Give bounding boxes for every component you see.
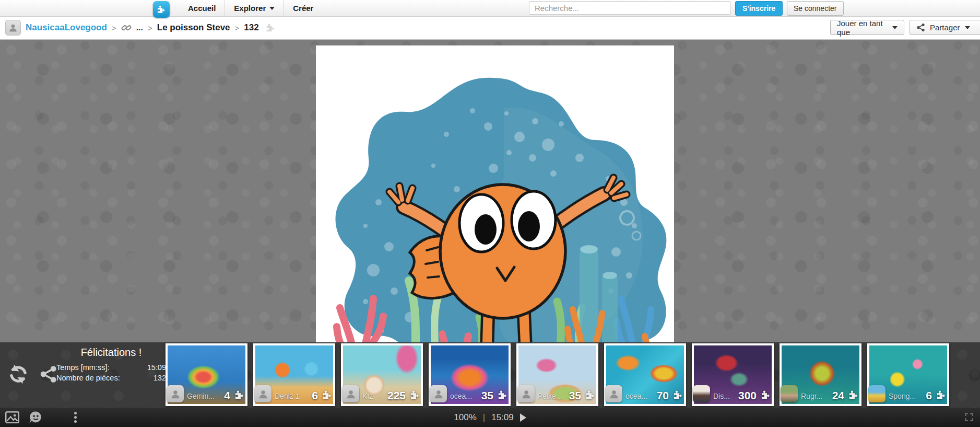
creator-avatar xyxy=(605,385,622,402)
pieces-row: Nombre de pièces: 132 xyxy=(56,374,166,382)
puzzle-thumbnail-title: Peixe... xyxy=(538,392,562,400)
status-separator: | xyxy=(483,412,485,423)
completion-panel: Félicitations ! Temps [mm:ss]: 15:09 Nom… xyxy=(0,342,980,408)
puzzle-thumbnail[interactable]: ocea... 70 xyxy=(604,343,686,406)
chevron-down-icon xyxy=(269,7,275,10)
puzzle-thumbnail-piece-count: 24 xyxy=(832,389,844,402)
restart-icon[interactable] xyxy=(7,363,29,385)
creator-avatar xyxy=(517,385,535,402)
puzzle-thumbnail[interactable]: Spong... 6 xyxy=(867,343,949,406)
puzzle-thumbnail-title: ocea... xyxy=(450,392,472,400)
puzzle-thumbnail-title: Deniz 1 xyxy=(275,392,299,400)
puzzle-piece-icon xyxy=(583,388,597,402)
elapsed-time: 15:09 xyxy=(491,412,514,423)
user-avatar[interactable] xyxy=(5,20,21,36)
breadcrumb: NausicaaLovegood > ... > Le poisson Stev… xyxy=(5,16,277,39)
puzzle-thumbnail[interactable]: Peixe... 35 xyxy=(516,343,598,406)
person-icon xyxy=(608,388,620,400)
puzzle-app-window: S'inscrire Se connecter Accueil Explorer… xyxy=(0,0,980,427)
pieces-value: 132 xyxy=(154,374,166,382)
puzzle-thumbnail-title: Rugr... xyxy=(801,392,822,400)
puzzle-thumbnail[interactable]: Dis... 300 xyxy=(692,343,774,406)
puzzle-thumbnail-piece-count: 300 xyxy=(738,389,757,402)
nav-item-label: Accueil xyxy=(188,4,216,13)
creator-avatar xyxy=(254,385,271,402)
person-icon xyxy=(257,388,269,400)
bottom-toolbar: 100% | 15:09 xyxy=(0,408,980,427)
puzzle-piece-icon xyxy=(495,388,510,402)
breadcrumb-bar: NausicaaLovegood > ... > Le poisson Stev… xyxy=(0,16,980,40)
puzzle-piece-icon xyxy=(846,388,860,402)
suggested-puzzles-strip: Gemin... 4 Deniz 1 6 Kız 225 xyxy=(166,343,949,406)
share-dropdown[interactable]: Partager xyxy=(910,20,980,35)
play-icon[interactable] xyxy=(520,413,526,422)
breadcrumb-separator: > xyxy=(148,24,152,32)
puzzle-thumbnail[interactable]: Gemin... 4 xyxy=(166,343,247,406)
puzzle-piece-icon xyxy=(934,388,948,402)
nav-menu: Accueil Explorer Créer xyxy=(179,0,322,16)
fullscreen-icon[interactable] xyxy=(964,412,974,424)
breadcrumb-collapsed-link[interactable]: ... xyxy=(136,23,143,32)
share-icon xyxy=(916,23,925,32)
site-logo[interactable] xyxy=(153,1,170,18)
puzzle-thumbnail-piece-count: 4 xyxy=(224,389,230,402)
puzzle-workspace[interactable] xyxy=(0,39,980,342)
zoom-level[interactable]: 100% xyxy=(454,412,476,423)
signup-button[interactable]: S'inscrire xyxy=(735,1,783,16)
creator-avatar xyxy=(693,385,710,402)
creator-avatar xyxy=(781,385,798,402)
puzzle-piece-icon xyxy=(320,388,334,402)
puzzle-thumbnail[interactable]: Deniz 1 6 xyxy=(253,343,335,406)
chevron-down-icon xyxy=(892,26,898,29)
puzzle-thumbnail[interactable]: Kız 225 xyxy=(341,343,423,406)
puzzle-thumbnail[interactable]: Rugr... 24 xyxy=(780,343,861,406)
breadcrumb-separator: > xyxy=(112,24,116,32)
login-button[interactable]: Se connecter xyxy=(787,1,844,16)
puzzle-thumbnail-piece-count: 35 xyxy=(569,389,581,402)
puzzle-thumbnail-title: Gemin... xyxy=(187,392,215,400)
pieces-label: Nombre de pièces: xyxy=(56,374,120,382)
nav-item-label: Explorer xyxy=(234,4,266,13)
nav-item-accueil[interactable]: Accueil xyxy=(179,0,225,16)
nav-item-explorer[interactable]: Explorer xyxy=(225,0,284,16)
creator-avatar xyxy=(342,385,359,402)
breadcrumb-piece-count: 132 xyxy=(244,22,258,33)
puzzle-thumbnail-title: Kız xyxy=(362,392,373,400)
play-as-label: Jouer en tant que xyxy=(837,19,888,37)
person-icon xyxy=(521,388,532,400)
puzzle-piece-icon xyxy=(759,388,773,402)
fish-steve-illustration xyxy=(316,45,674,342)
time-label: Temps [mm:ss]: xyxy=(56,363,110,372)
breadcrumb-separator: > xyxy=(235,24,240,32)
person-icon xyxy=(433,388,444,400)
time-value: 15:09 xyxy=(147,363,166,372)
puzzle-thumbnail-title: Spong... xyxy=(889,392,916,400)
time-row: Temps [mm:ss]: 15:09 xyxy=(56,363,166,372)
puzzle-piece-icon xyxy=(155,3,168,16)
puzzle-thumbnail-piece-count: 6 xyxy=(926,389,932,402)
puzzle-piece-icon xyxy=(232,388,246,402)
puzzle-thumbnail-piece-count: 35 xyxy=(481,389,493,402)
puzzle-thumbnail-title: Dis... xyxy=(713,392,730,400)
play-as-dropdown[interactable]: Jouer en tant que xyxy=(830,20,904,35)
person-icon xyxy=(8,22,18,33)
chevron-down-icon xyxy=(965,26,970,29)
person-icon xyxy=(345,388,357,400)
congratulations-box: Félicitations ! Temps [mm:ss]: 15:09 Nom… xyxy=(56,345,166,384)
nav-item-creer[interactable]: Créer xyxy=(284,0,322,16)
creator-avatar xyxy=(430,385,447,402)
link-icon xyxy=(121,22,132,33)
puzzle-thumbnail-piece-count: 6 xyxy=(312,389,318,402)
share-label: Partager xyxy=(930,23,960,32)
breadcrumb-puzzle-title: Le poisson Steve xyxy=(157,22,230,33)
creator-avatar xyxy=(868,385,885,402)
puzzle-thumbnail-piece-count: 225 xyxy=(387,389,406,402)
share-icon[interactable] xyxy=(40,365,57,383)
congratulations-title: Félicitations ! xyxy=(56,347,166,359)
puzzle-piece-icon xyxy=(264,21,277,34)
puzzle-piece-icon xyxy=(671,388,685,402)
search-input[interactable] xyxy=(529,1,730,15)
puzzle-thumbnail[interactable]: ocea... 35 xyxy=(429,343,511,406)
breadcrumb-username-link[interactable]: NausicaaLovegood xyxy=(26,22,107,33)
puzzle-thumbnail-title: ocea... xyxy=(625,392,647,400)
